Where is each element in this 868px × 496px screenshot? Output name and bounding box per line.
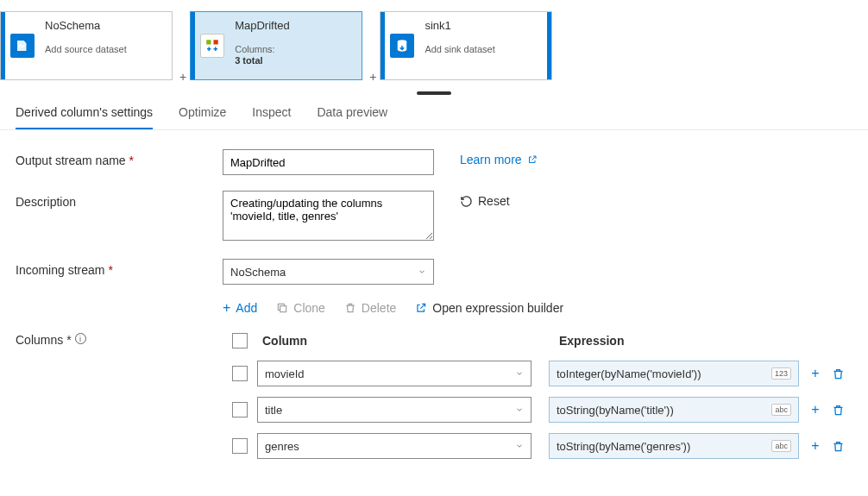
node-icon-col — [385, 12, 419, 79]
tab-optimize[interactable]: Optimize — [179, 98, 226, 129]
plus-icon: + — [223, 300, 230, 316]
expression-header: Expression — [542, 334, 809, 348]
chevron-down-icon — [515, 442, 524, 450]
node-sub: Add source dataset — [45, 44, 167, 55]
trash-icon — [832, 367, 845, 380]
columns-table-header: Column Expression — [223, 324, 852, 361]
node-sub: Columns: 3 total — [235, 44, 356, 66]
flow-node-source[interactable]: NoSchema Add source dataset — [0, 11, 173, 80]
table-row: title toString(byName('title')) abc + — [223, 397, 852, 423]
open-expression-builder-button[interactable]: Open expression builder — [415, 301, 563, 315]
table-row: genres toString(byName('genres')) abc + — [223, 433, 852, 459]
column-name-select[interactable]: title — [257, 397, 531, 423]
column-name-select[interactable]: movieId — [257, 361, 531, 386]
reset-icon — [460, 195, 473, 208]
plus-icon: + — [811, 438, 819, 454]
output-stream-label: Output stream name * — [16, 149, 223, 167]
columns-label: Columns *i — [16, 333, 86, 347]
select-all-checkbox[interactable] — [232, 333, 248, 348]
add-button[interactable]: + Add — [223, 300, 257, 316]
row-delete-button[interactable] — [830, 438, 846, 454]
row-add-button[interactable]: + — [808, 402, 823, 418]
tabs: Derived column's settings Optimize Inspe… — [0, 95, 868, 130]
node-icon-col — [195, 12, 230, 79]
trash-icon — [832, 404, 845, 417]
node-sub: Add sink dataset — [425, 44, 542, 55]
sink-icon — [390, 34, 414, 58]
row-delete-button[interactable] — [830, 402, 846, 418]
node-title: sink1 — [425, 19, 542, 32]
expression-input[interactable]: toString(byName('title')) abc — [549, 397, 799, 423]
table-row: movieId toInteger(byName('movieId')) 123… — [223, 361, 852, 386]
flow-canvas: NoSchema Add source dataset + MapDrifted… — [0, 0, 868, 86]
description-textarea[interactable] — [223, 191, 434, 241]
info-icon[interactable]: i — [75, 333, 86, 344]
svg-rect-1 — [214, 40, 218, 44]
clone-icon — [276, 302, 288, 314]
tab-inspect[interactable]: Inspect — [252, 98, 291, 129]
expression-input[interactable]: toInteger(byName('movieId')) 123 — [549, 361, 799, 386]
columns-toolbar: + Add Clone Delete Open expression build… — [223, 300, 852, 316]
add-node-plus[interactable]: + — [176, 70, 190, 84]
add-node-plus[interactable]: + — [366, 70, 380, 84]
plus-icon: + — [811, 366, 819, 381]
row-delete-button[interactable] — [830, 366, 846, 381]
external-link-icon — [415, 302, 427, 314]
tab-settings[interactable]: Derived column's settings — [16, 98, 153, 129]
plus-icon: + — [811, 402, 819, 418]
svg-rect-0 — [206, 40, 211, 44]
type-badge: abc — [771, 440, 791, 452]
row-add-button[interactable]: + — [808, 366, 823, 381]
type-badge: abc — [771, 404, 791, 416]
row-add-button[interactable]: + — [808, 438, 823, 454]
row-checkbox[interactable] — [232, 366, 248, 381]
delete-button: Delete — [344, 301, 396, 315]
column-header: Column — [257, 334, 542, 348]
row-checkbox[interactable] — [232, 402, 248, 418]
trash-icon — [832, 440, 845, 453]
incoming-stream-label: Incoming stream * — [16, 259, 223, 277]
incoming-stream-select[interactable]: NoSchema — [223, 259, 434, 285]
svg-rect-3 — [280, 306, 286, 312]
learn-more-link[interactable]: Learn more — [460, 149, 538, 166]
tab-preview[interactable]: Data preview — [317, 98, 387, 129]
chevron-down-icon — [515, 405, 524, 414]
reset-button[interactable]: Reset — [460, 191, 510, 208]
row-checkbox[interactable] — [232, 438, 248, 454]
node-icon-col — [5, 12, 40, 79]
expression-input[interactable]: toString(byName('genres')) abc — [549, 433, 799, 459]
settings-form: Output stream name * Learn more Descript… — [0, 130, 868, 459]
trash-icon — [344, 302, 356, 314]
source-icon — [10, 34, 35, 58]
description-label: Description — [16, 191, 223, 209]
column-name-select[interactable]: genres — [257, 433, 531, 459]
node-title: MapDrifted — [235, 19, 356, 32]
node-edge — [547, 12, 551, 79]
clone-button: Clone — [276, 301, 325, 315]
chevron-down-icon — [515, 369, 524, 378]
output-stream-input[interactable] — [223, 149, 434, 175]
type-badge: 123 — [771, 367, 791, 380]
flow-node-derived[interactable]: MapDrifted Columns: 3 total — [190, 11, 362, 80]
flow-node-sink[interactable]: sink1 Add sink dataset — [380, 11, 552, 80]
external-link-icon — [527, 154, 538, 165]
columns-table: Column Expression movieId toInteger(byNa… — [223, 324, 852, 459]
derived-column-icon — [200, 34, 224, 58]
chevron-down-icon — [418, 267, 426, 276]
node-title: NoSchema — [45, 19, 167, 32]
